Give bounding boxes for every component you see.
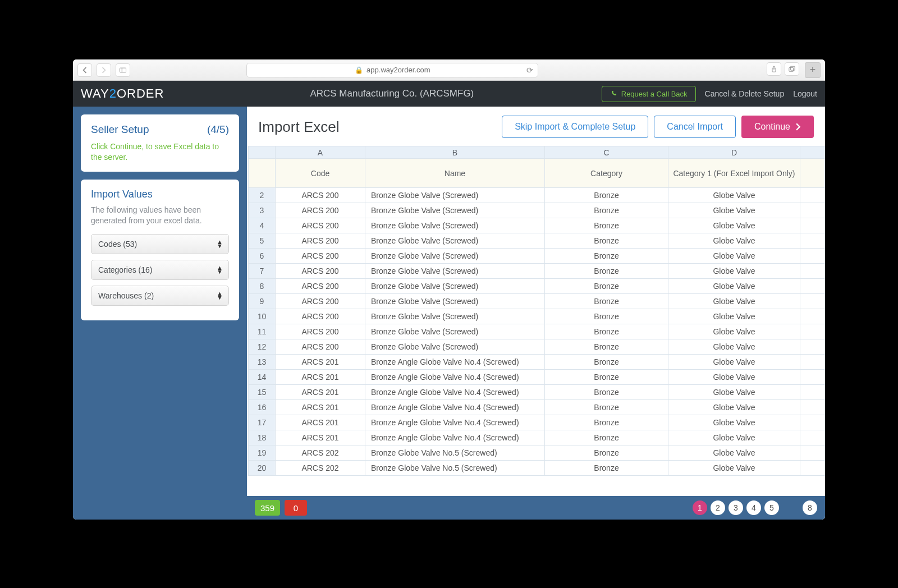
cell-category1[interactable]: Globe Valve [668,339,800,355]
cell-code[interactable]: ARCS 200 [276,339,365,355]
cell-category[interactable]: Bronze [545,415,668,430]
cell-category1[interactable]: Globe Valve [668,385,800,400]
cell-code[interactable]: ARCS 201 [276,400,365,415]
cell-name[interactable]: Bronze Angle Globe Valve No.4 (Screwed) [365,400,545,415]
cell-empty[interactable] [800,355,825,370]
error-count-badge[interactable]: 0 [285,500,307,516]
col-letter[interactable]: B [365,146,545,159]
cell-category[interactable]: Bronze [545,400,668,415]
continue-button[interactable]: Continue [741,116,814,138]
cell-category1[interactable]: Globe Valve [668,218,800,233]
cell-code[interactable]: ARCS 200 [276,279,365,294]
cell-code[interactable]: ARCS 201 [276,385,365,400]
skip-import-button[interactable]: Skip Import & Complete Setup [502,116,648,138]
cell-category1[interactable]: Globe Valve [668,309,800,324]
cell-name[interactable]: Bronze Globe Valve (Screwed) [365,249,545,264]
col-letter[interactable]: A [276,146,365,159]
table-row[interactable]: 5ARCS 200Bronze Globe Valve (Screwed)Bro… [249,233,825,249]
page-button[interactable]: 5 [764,500,779,515]
cell-empty[interactable] [800,203,825,218]
cell-category[interactable]: Bronze [545,339,668,355]
cell-name[interactable]: Bronze Angle Globe Valve No.4 (Screwed) [365,370,545,385]
tabs-button[interactable] [785,62,799,76]
cell-category[interactable]: Bronze [545,385,668,400]
cell-code[interactable]: ARCS 200 [276,203,365,218]
cell-empty[interactable] [800,370,825,385]
cell-empty[interactable] [800,324,825,339]
table-row[interactable]: 3ARCS 200Bronze Globe Valve (Screwed)Bro… [249,203,825,218]
cell-category1[interactable]: Globe Valve [668,233,800,249]
row-number[interactable]: 9 [249,294,276,309]
page-button[interactable]: 3 [729,500,743,515]
table-row[interactable]: 14ARCS 201Bronze Angle Globe Valve No.4 … [249,370,825,385]
row-number[interactable]: 16 [249,400,276,415]
cell-empty[interactable] [800,385,825,400]
cell-category1[interactable]: Globe Valve [668,203,800,218]
row-number[interactable]: 10 [249,309,276,324]
share-button[interactable] [767,62,781,76]
reload-icon[interactable]: ⟳ [526,66,533,75]
cell-category1[interactable]: Globe Valve [668,294,800,309]
cell-name[interactable]: Bronze Globe Valve (Screwed) [365,279,545,294]
cell-name[interactable]: Bronze Globe Valve No.5 (Screwed) [365,461,545,476]
row-number[interactable]: 12 [249,339,276,355]
table-row[interactable]: 2ARCS 200Bronze Globe Valve (Screwed)Bro… [249,188,825,203]
cell-empty[interactable] [800,400,825,415]
table-row[interactable]: 20ARCS 202Bronze Globe Valve No.5 (Screw… [249,461,825,476]
cell-category[interactable]: Bronze [545,264,668,279]
row-number[interactable]: 4 [249,218,276,233]
table-row[interactable]: 7ARCS 200Bronze Globe Valve (Screwed)Bro… [249,264,825,279]
cell-name[interactable]: Bronze Angle Globe Valve No.4 (Screwed) [365,385,545,400]
cell-category1[interactable]: Globe Valve [668,324,800,339]
cell-name[interactable]: Bronze Globe Valve (Screwed) [365,188,545,203]
request-callback-button[interactable]: Request a Call Back [602,86,696,102]
cell-empty[interactable] [800,249,825,264]
cell-category1[interactable]: Globe Valve [668,188,800,203]
cell-category1[interactable]: Globe Valve [668,264,800,279]
table-row[interactable]: 6ARCS 200Bronze Globe Valve (Screwed)Bro… [249,249,825,264]
cell-name[interactable]: Bronze Globe Valve (Screwed) [365,294,545,309]
cell-category[interactable]: Bronze [545,370,668,385]
cell-category[interactable]: Bronze [545,294,668,309]
cell-category1[interactable]: Globe Valve [668,400,800,415]
col-header-name[interactable]: Name [365,159,545,188]
row-number[interactable]: 8 [249,279,276,294]
cell-code[interactable]: ARCS 200 [276,309,365,324]
cell-empty[interactable] [800,279,825,294]
cell-category[interactable]: Bronze [545,461,668,476]
row-number[interactable]: 14 [249,370,276,385]
cell-empty[interactable] [800,430,825,445]
cancel-delete-setup-link[interactable]: Cancel & Delete Setup [705,89,785,98]
table-row[interactable]: 16ARCS 201Bronze Angle Globe Valve No.4 … [249,400,825,415]
cell-name[interactable]: Bronze Globe Valve (Screwed) [365,218,545,233]
codes-select[interactable]: Codes (53) ▲▼ [91,234,229,254]
col-header-category1[interactable]: Category 1 (For Excel Import Only) [668,159,800,188]
cell-name[interactable]: Bronze Globe Valve (Screwed) [365,203,545,218]
cell-category[interactable]: Bronze [545,233,668,249]
row-number[interactable]: 13 [249,355,276,370]
cell-category[interactable]: Bronze [545,430,668,445]
cancel-import-button[interactable]: Cancel Import [654,116,736,138]
table-row[interactable]: 10ARCS 200Bronze Globe Valve (Screwed)Br… [249,309,825,324]
table-row[interactable]: 11ARCS 200Bronze Globe Valve (Screwed)Br… [249,324,825,339]
cell-name[interactable]: Bronze Globe Valve (Screwed) [365,233,545,249]
cell-category[interactable]: Bronze [545,249,668,264]
cell-code[interactable]: ARCS 200 [276,188,365,203]
row-number[interactable]: 11 [249,324,276,339]
row-number[interactable]: 6 [249,249,276,264]
warehouses-select[interactable]: Warehouses (2) ▲▼ [91,286,229,306]
table-row[interactable]: 19ARCS 202Bronze Globe Valve No.5 (Screw… [249,445,825,461]
categories-select[interactable]: Categories (16) ▲▼ [91,260,229,280]
cell-empty[interactable] [800,294,825,309]
row-number[interactable]: 17 [249,415,276,430]
cell-empty[interactable] [800,339,825,355]
cell-category1[interactable]: Globe Valve [668,355,800,370]
cell-empty[interactable] [800,461,825,476]
cell-empty[interactable] [800,445,825,461]
sidebar-toggle-button[interactable] [116,63,130,77]
cell-code[interactable]: ARCS 201 [276,415,365,430]
cell-category[interactable]: Bronze [545,218,668,233]
table-row[interactable]: 17ARCS 201Bronze Angle Globe Valve No.4 … [249,415,825,430]
cell-category1[interactable]: Globe Valve [668,415,800,430]
page-button[interactable]: 1 [693,500,707,515]
